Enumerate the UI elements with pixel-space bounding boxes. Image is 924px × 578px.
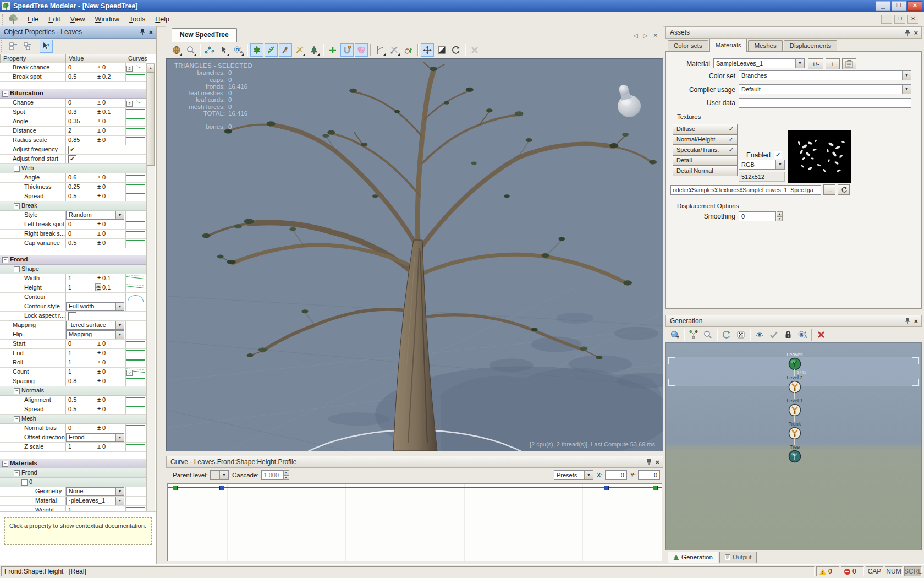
enable-check-icon[interactable] (767, 328, 780, 341)
curve-preview[interactable] (125, 396, 145, 405)
visibility-icon[interactable] (753, 328, 766, 341)
curve-preview[interactable] (125, 136, 145, 145)
property-value-field[interactable]: 0.25 ▼ ▲▼ (66, 183, 95, 192)
menu-item[interactable]: Tools (124, 13, 150, 25)
tab-generation[interactable]: Generation (668, 552, 718, 563)
variance-value[interactable]: ± 0.1 (95, 108, 124, 117)
world-tool-icon[interactable] (170, 43, 183, 57)
reload-texture-button[interactable] (838, 184, 850, 195)
toolbar-gripper[interactable] (1, 40, 4, 52)
property-row[interactable]: Lock aspect r... ▼ ▲▼ (0, 312, 146, 321)
property-value-field[interactable]: 0.5 ▼ ▲▼ (66, 73, 95, 81)
property-value-field[interactable]: 0 ▼ ▲▼ (66, 424, 95, 433)
property-value-field[interactable]: ▼ ▲▼ (66, 155, 76, 163)
close-button[interactable]: ✕ (908, 1, 922, 11)
curve-preview[interactable] (125, 321, 145, 330)
parent-level-select[interactable]: ▼ (210, 470, 229, 480)
x-input[interactable]: 0 (605, 470, 627, 480)
expander-icon[interactable] (2, 91, 8, 97)
property-row[interactable]: Frond ▼ ▲▼ (0, 468, 146, 478)
property-row[interactable]: Adjust frond start ▼ ▲▼ (0, 155, 146, 164)
curve-preview[interactable]: 2 (125, 99, 145, 107)
menu-item[interactable]: File (23, 13, 43, 25)
property-value-field[interactable]: 0.5 ▼ ▲▼ (66, 405, 95, 414)
expander-icon[interactable] (2, 461, 8, 467)
curve-preview[interactable] (125, 108, 145, 117)
variance-value[interactable]: ± 0 (95, 396, 124, 405)
curve-preview[interactable] (125, 358, 145, 367)
property-value-field[interactable]: 0 ▼ ▲▼ (66, 99, 95, 107)
curve-preview[interactable]: 2 (125, 63, 145, 72)
property-value-field[interactable]: 1 ▼ ▲▼ (66, 358, 95, 367)
branch-tool-icon[interactable] (279, 43, 292, 57)
delete-tool-icon[interactable] (468, 43, 481, 57)
tab-output[interactable]: Output (719, 552, 757, 563)
variance-value[interactable]: ± 0 (95, 358, 124, 367)
assets-tab[interactable]: Meshes (748, 40, 782, 52)
move-tool-icon[interactable] (421, 43, 434, 57)
expander-icon[interactable] (14, 470, 20, 476)
close-panel-icon[interactable]: × (914, 318, 918, 325)
generation-panel-header[interactable]: Generation × (666, 315, 922, 327)
error-count-field[interactable]: 0 (841, 566, 864, 576)
object-properties-header[interactable]: Object Properties - Leaves × (0, 26, 156, 39)
collapse-all-button[interactable] (21, 40, 35, 53)
curve-preview[interactable] (125, 127, 145, 135)
variance-value[interactable]: ± 0 (95, 349, 124, 358)
variance-value[interactable]: ± 0 (95, 239, 124, 248)
property-value-field[interactable]: 2 ▼ ▲▼ (66, 127, 95, 135)
property-row[interactable]: Shape ▼ ▲▼ (0, 265, 146, 274)
pin-icon[interactable] (646, 459, 652, 466)
material-add-remove-button[interactable]: +/- (808, 58, 823, 69)
property-row[interactable]: Contour ▼ ▲▼ (0, 293, 146, 302)
mdi-restore-icon[interactable]: ❐ (894, 15, 905, 24)
property-row[interactable]: Height 1 ▼ ▲▼ ± 0.1 (0, 283, 146, 293)
y-input[interactable]: 0 (638, 470, 660, 480)
expander-icon[interactable] (14, 416, 20, 422)
property-row[interactable]: Flip Mapping ▼ ▲▼ (0, 330, 146, 340)
property-row[interactable]: ▼ ▲▼ (0, 248, 146, 255)
prune-tool-icon[interactable] (388, 43, 401, 57)
curve-preview[interactable] (125, 377, 145, 386)
property-value-field[interactable]: Random ▼ ▲▼ (66, 211, 124, 220)
tree-tool-icon[interactable] (307, 43, 321, 57)
property-value-field[interactable]: 0.85 ▼ ▲▼ (66, 136, 95, 145)
enabled-checkbox[interactable]: ✓ (774, 151, 782, 159)
property-row[interactable]: Spread 0.5 ▼ ▲▼ ± 0 (0, 405, 146, 415)
property-row[interactable]: Angle 0.6 ▼ ▲▼ ± 0 (0, 173, 146, 183)
property-row[interactable]: Roll 1 ▼ ▲▼ ± 0 (0, 358, 146, 368)
property-row[interactable]: Adjust frequency ▼ ▲▼ (0, 145, 146, 155)
smoothing-spinner[interactable]: ▲▼ (777, 211, 783, 221)
assets-tab[interactable]: Materials (710, 39, 747, 52)
scroll-thumb[interactable] (147, 72, 155, 166)
variance-value[interactable]: ± 0 (95, 99, 124, 107)
checkbox[interactable] (68, 155, 76, 163)
curve-preview[interactable] (125, 183, 145, 192)
variance-value[interactable]: ± 0 (95, 424, 124, 433)
variance-value[interactable]: ± 0 (95, 443, 124, 451)
property-value-field[interactable]: Mapping ▼ ▲▼ (66, 330, 124, 339)
property-row[interactable]: Mapping ·tered surface ▼ ▲▼ (0, 321, 146, 330)
curve-preview[interactable] (125, 487, 145, 496)
property-value-field[interactable]: 0 ▼ ▲▼ (66, 63, 95, 72)
curve-preview[interactable] (125, 497, 145, 505)
property-row[interactable]: Count 1 ▼ ▲▼ ± 0 2 (0, 368, 146, 377)
curve-preview[interactable] (125, 349, 145, 358)
property-row[interactable]: Right break s... 0 ▼ ▲▼ ± 0 (0, 230, 146, 239)
property-value-field[interactable]: Full width ▼ ▲▼ (66, 302, 124, 311)
property-row[interactable]: Start 0 ▼ ▲▼ ± 0 (0, 340, 146, 349)
variance-value[interactable]: ± 0 (95, 405, 124, 414)
property-value-field[interactable]: 0.5 ▼ ▲▼ (66, 239, 95, 248)
property-row[interactable]: Frond ▼ ▲▼ (0, 255, 146, 265)
zoom-generation-icon[interactable] (701, 328, 714, 341)
horizontal-splitter[interactable] (166, 451, 663, 456)
property-value-field[interactable]: None ▼ ▲▼ (66, 487, 124, 496)
variance-value[interactable]: ± 0 (95, 230, 124, 238)
document-tab[interactable]: New SpeedTree (172, 28, 237, 42)
material-select[interactable]: SampleLeaves_1▼ (713, 58, 805, 68)
format-select[interactable]: RGB▼ (739, 160, 785, 170)
property-row[interactable]: Style Random ▼ ▲▼ (0, 211, 146, 220)
property-row[interactable]: Materials ▼ ▲▼ (0, 459, 146, 468)
generation-node[interactable]: Tree (777, 444, 812, 467)
delete-generation-icon[interactable] (815, 328, 828, 341)
